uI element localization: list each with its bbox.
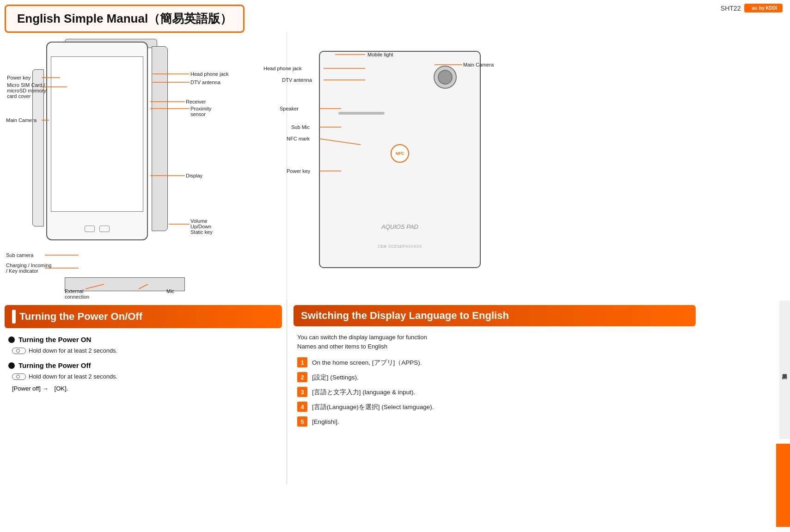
power-dot2 (16, 375, 20, 379)
device-speaker (338, 112, 385, 115)
side-orange-bar (776, 444, 790, 527)
step-text: On the home screen, [アプリ]（APPS). (312, 359, 422, 367)
power-off-title: Turning the Power Off (8, 361, 278, 369)
svg-text:card cover: card cover (7, 93, 31, 99)
power-off-sub: [Power off] → [OK]. (12, 385, 278, 393)
device-back: NFC AQUIOS PAD CE⊕ CCESEPXXXXXX (319, 51, 481, 268)
svg-text:DTV antenna: DTV antenna (190, 79, 221, 85)
power-dot (16, 349, 20, 353)
power-section-header: Turning the Power On/Off (5, 305, 282, 328)
right-diagram: NFC AQUIOS PAD CE⊕ CCESEPXXXXXX Mobile l… (291, 28, 513, 287)
svg-text:Volume: Volume (190, 218, 208, 224)
power-on-title: Turning the Power ON (8, 336, 278, 343)
step-text: [Englishi]. (312, 418, 339, 425)
device-brand-text: AQUIOS PAD (381, 223, 418, 230)
step-number: 2 (297, 372, 307, 382)
device-nfc: NFC (391, 144, 409, 163)
brand-name: au (752, 6, 757, 11)
bullet (8, 336, 15, 343)
device-right-side (152, 46, 168, 231)
svg-text:Charging / Incoming: Charging / Incoming (6, 263, 51, 268)
page-title: English Simple Manual（簡易英語版） (17, 11, 232, 27)
btn1 (85, 226, 95, 232)
switch-intro: You can switch the display lamguage for … (297, 333, 692, 351)
device-screen (51, 56, 143, 212)
power-off-step: Hold down for at least 2 seconds. (12, 373, 278, 380)
svg-text:sensor: sensor (190, 111, 206, 117)
step-number: 1 (297, 357, 307, 367)
steps-container: 1On the home screen, [アプリ]（APPS).2[設定] (… (297, 357, 692, 427)
device-front (46, 42, 148, 240)
step-text: [言語(Language)を選択] (Select lamguage). (312, 403, 434, 411)
svg-text:connection: connection (65, 294, 89, 300)
step-number: 5 (297, 416, 307, 427)
label-power-key: Power key (7, 75, 31, 80)
device-cert: CE⊕ CCESEPXXXXXX (378, 244, 422, 249)
device-left-side (32, 69, 44, 226)
power-on-item: Turning the Power ON Hold down for at le… (8, 336, 278, 354)
divider-horizontal (287, 300, 287, 484)
power-on-step: Hold down for at least 2 seconds. (12, 347, 278, 354)
svg-text:Static key: Static key (190, 229, 213, 235)
svg-text:/ Key indicator: / Key indicator (6, 268, 38, 274)
brand-sub: by KDDI (759, 6, 777, 11)
model-label: SHT22 (721, 5, 741, 12)
orange-bar (12, 310, 16, 324)
title-box: English Simple Manual（簡易英語版） (5, 5, 245, 33)
power-title: Turning the Power On/Off (19, 311, 142, 323)
svg-text:Power key: Power key (287, 168, 311, 174)
svg-text:Up/Down: Up/Down (190, 224, 211, 229)
switch-content: You can switch the display lamguage for … (294, 326, 696, 427)
svg-text:Proximity: Proximity (190, 106, 212, 111)
svg-text:Display: Display (186, 173, 203, 178)
svg-text:Head phone jack: Head phone jack (190, 71, 229, 77)
power-section: Turning the Power On/Off Turning the Pow… (5, 305, 282, 408)
divider-vertical (287, 32, 287, 300)
au-logo: au by KDDI (744, 4, 783, 12)
step-number: 4 (297, 402, 307, 412)
device-buttons (85, 226, 110, 232)
btn2 (99, 226, 110, 232)
side-japanese-text: 簡易英語 (779, 300, 790, 439)
step-text: [言語と文字入力] (language & input). (312, 388, 415, 397)
step-row: 5[Englishi]. (297, 416, 692, 427)
switch-title: Switching the Display Language to Englis… (301, 310, 509, 321)
step-row: 3[言語と文字入力] (language & input). (297, 387, 692, 397)
power-content: Turning the Power ON Hold down for at le… (5, 328, 282, 408)
step-text: [設定] (Settings). (312, 373, 359, 382)
svg-text:Receiver: Receiver (186, 99, 206, 104)
device-camera (434, 66, 457, 89)
step-number: 3 (297, 387, 307, 397)
header: SHT22 au by KDDI (713, 0, 790, 16)
svg-text:Sub Mic: Sub Mic (291, 124, 310, 130)
svg-text:Speaker: Speaker (280, 106, 299, 111)
step-row: 1On the home screen, [アプリ]（APPS). (297, 357, 692, 367)
svg-text:Sub camera: Sub camera (6, 252, 34, 258)
power-btn-icon (12, 348, 26, 354)
step-row: 4[言語(Language)を選択] (Select lamguage). (297, 402, 692, 412)
svg-text:NFC mark: NFC mark (287, 136, 310, 141)
device-bottom-bar (65, 277, 185, 291)
step-row: 2[設定] (Settings). (297, 372, 692, 382)
power-off-item: Turning the Power Off Hold down for at l… (8, 361, 278, 393)
power-btn-icon2 (12, 373, 26, 380)
switch-section: Switching the Display Language to Englis… (294, 305, 696, 431)
bullet2 (8, 362, 15, 369)
switch-header: Switching the Display Language to Englis… (294, 305, 696, 326)
left-diagram: Power key Micro SIM Card / microSD memor… (5, 32, 273, 300)
